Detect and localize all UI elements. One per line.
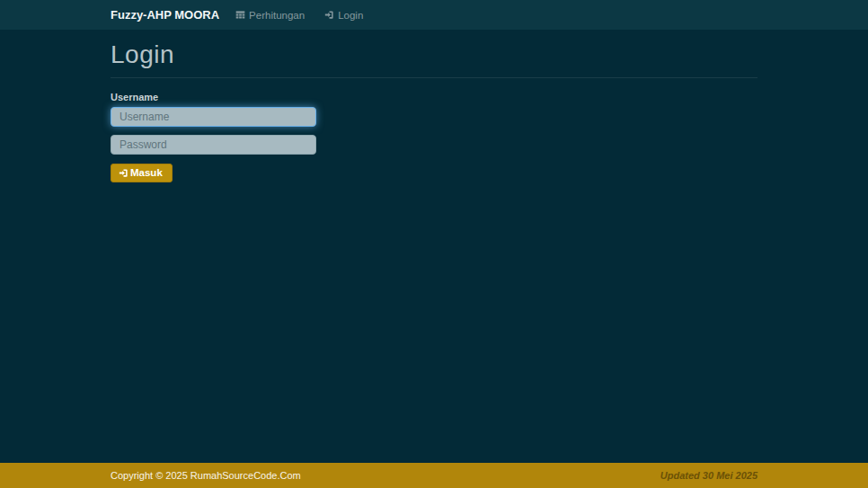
- nav-item-login[interactable]: Login: [324, 10, 363, 21]
- sign-in-icon: [119, 168, 128, 178]
- page-title: Login: [111, 41, 757, 78]
- nav-item-label: Login: [338, 10, 363, 21]
- footer: Copyright © 2025 RumahSourceCode.Com Upd…: [0, 463, 868, 488]
- nav-item-perhitungan[interactable]: Perhitungan: [235, 10, 305, 21]
- nav-item-label: Perhitungan: [249, 10, 305, 21]
- masuk-button[interactable]: Masuk: [111, 164, 173, 182]
- login-form: Username Masuk: [111, 92, 757, 182]
- calculator-table-icon: [235, 10, 245, 20]
- username-input[interactable]: [111, 107, 316, 127]
- username-label: Username: [111, 92, 757, 102]
- password-input[interactable]: [111, 135, 316, 155]
- sign-in-icon: [324, 10, 334, 20]
- footer-updated: Updated 30 Mei 2025: [660, 470, 757, 481]
- masuk-button-label: Masuk: [130, 167, 163, 178]
- brand-link[interactable]: Fuzzy-AHP MOORA: [111, 8, 219, 22]
- navbar: Fuzzy-AHP MOORA Perhitungan: [0, 0, 868, 30]
- footer-copyright: Copyright © 2025 RumahSourceCode.Com: [111, 470, 301, 481]
- main-content: Login Username Masuk: [111, 41, 757, 182]
